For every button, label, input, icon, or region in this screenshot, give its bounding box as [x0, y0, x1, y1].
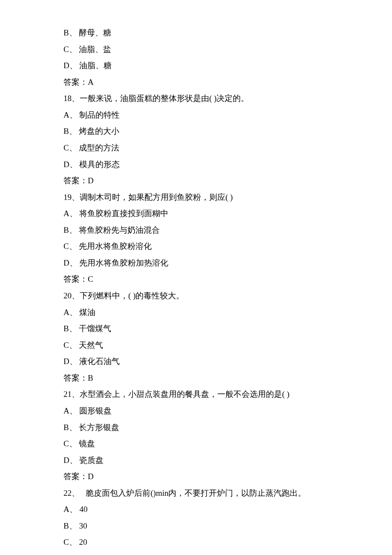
text-line: D、 瓷质盘 — [63, 452, 329, 469]
text-line: B、 酵母、糖 — [63, 25, 329, 41]
text-line: 20、下列燃料中，( )的毒性较大。 — [63, 288, 329, 304]
text-line: C、 天然气 — [63, 337, 329, 354]
text-line: D、 模具的形态 — [63, 156, 329, 173]
text-line: 答案：D — [63, 173, 329, 189]
text-line: C、 镜盘 — [63, 436, 329, 452]
text-line: D、 油脂、糖 — [63, 58, 329, 74]
text-line: 22、 脆皮面包入炉后前()min内，不要打开炉门，以防止蒸汽跑出。 — [63, 485, 329, 502]
document-content: B、 酵母、糖 C、 油脂、盐 D、 油脂、糖 答案：A 18、一般来说，油脂蛋… — [63, 25, 329, 555]
text-line: D、 先用水将鱼胶粉加热溶化 — [63, 255, 329, 272]
text-line: 答案：A — [63, 74, 329, 91]
text-line: D、 液化石油气 — [63, 353, 329, 370]
text-line: B、 干馏煤气 — [63, 321, 329, 337]
text-line: A、 将鱼胶粉直接投到面糊中 — [63, 205, 329, 222]
text-line: A、 圆形银盘 — [63, 403, 329, 419]
text-line: C、 先用水将鱼胶粉溶化 — [63, 238, 329, 255]
text-line: D、 10 — [63, 551, 329, 555]
text-line: 答案：B — [63, 370, 329, 387]
text-line: 答案：C — [63, 271, 329, 288]
text-line: B、 烤盘的大小 — [63, 123, 329, 140]
text-line: 19、调制木司时，如果配方用到鱼胶粉，则应( ) — [63, 189, 329, 206]
text-line: B、 长方形银盘 — [63, 419, 329, 436]
text-line: C、 成型的方法 — [63, 140, 329, 156]
text-line: B、 将鱼胶粉先与奶油混合 — [63, 222, 329, 239]
text-line: 21、水型酒会上，小甜点装盘用的餐具盘，一般不会选用的是( ) — [63, 386, 329, 403]
text-line: A、 煤油 — [63, 304, 329, 321]
text-line: B、 30 — [63, 518, 329, 535]
text-line: 18、一般来说，油脂蛋糕的整体形状是由( )决定的。 — [63, 90, 329, 107]
text-line: A、 40 — [63, 501, 329, 518]
text-line: 答案：D — [63, 468, 329, 485]
text-line: A、 制品的特性 — [63, 107, 329, 124]
text-line: C、 20 — [63, 534, 329, 551]
text-line: C、 油脂、盐 — [63, 41, 329, 58]
